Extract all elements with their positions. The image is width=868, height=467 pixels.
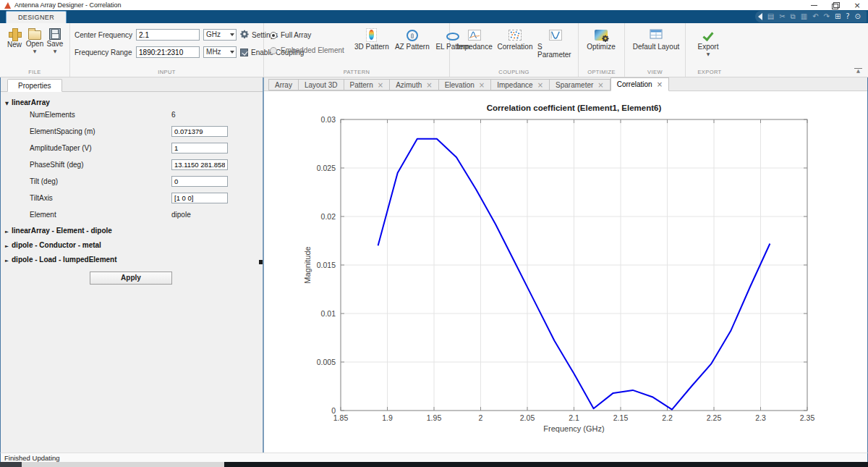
- default-layout-button[interactable]: Default Layout: [629, 25, 683, 67]
- frequency-range-label: Frequency Range: [75, 49, 132, 56]
- az-pattern-button[interactable]: AZ Pattern: [392, 25, 433, 67]
- pattern-group: Full Array Embedded Element 3D Pattern A…: [264, 23, 450, 77]
- tab-layout-3d[interactable]: Layout 3D: [299, 79, 344, 91]
- tab-properties[interactable]: Properties: [7, 79, 62, 92]
- tab-sparameter[interactable]: Sparameter: [550, 79, 610, 91]
- tab-correlation[interactable]: Correlation: [610, 77, 669, 91]
- pattern-group-label: PATTERN: [268, 67, 445, 77]
- tab-designer[interactable]: DESIGNER: [6, 11, 67, 23]
- conductor-metal-section-header[interactable]: dipole - Conductor - metal: [1, 238, 263, 252]
- copy-icon[interactable]: ⧉: [791, 13, 796, 20]
- optimize-button[interactable]: Optimize: [583, 25, 619, 67]
- minimize-icon: [811, 5, 817, 6]
- new-button[interactable]: New: [4, 25, 25, 67]
- tilt-input[interactable]: [171, 176, 228, 187]
- phaseshift-input[interactable]: [171, 159, 228, 170]
- correlation-chart: 1.851.91.9522.052.12.152.22.252.32.3500.…: [264, 91, 867, 454]
- collapse-toolstrip-icon[interactable]: ▲: [854, 68, 862, 73]
- tab-elevation[interactable]: Elevation: [439, 79, 492, 91]
- tab-impedance[interactable]: Impedance: [491, 79, 550, 91]
- open-button[interactable]: Open ▼: [25, 25, 45, 67]
- help-icon[interactable]: ?: [846, 13, 849, 20]
- center-frequency-input[interactable]: [136, 29, 200, 41]
- svg-text:Correlation coefficient (Eleme: Correlation coefficient (Element1, Eleme…: [487, 104, 662, 112]
- az-pattern-icon: [407, 30, 418, 41]
- property-row-elementspacing: ElementSpacing (m): [1, 123, 263, 140]
- save-dropdown-icon[interactable]: ▼: [54, 49, 57, 54]
- default-layout-icon: [650, 29, 663, 41]
- export-button[interactable]: Export ▼: [690, 25, 726, 67]
- impedance-plot-icon: [468, 30, 481, 41]
- close-tab-icon[interactable]: [657, 80, 663, 88]
- quick-access-collapse-icon[interactable]: [758, 13, 762, 20]
- optimize-icon: [595, 30, 608, 41]
- close-tab-icon[interactable]: [597, 81, 603, 89]
- svg-text:2.25: 2.25: [707, 413, 722, 422]
- splitter-grip[interactable]: [259, 260, 263, 264]
- svg-text:2.15: 2.15: [613, 413, 629, 422]
- element-dipole-section-header[interactable]: linearArray - Element - dipole: [1, 224, 263, 237]
- undo-icon[interactable]: ↶: [812, 13, 818, 20]
- toolstrip: New Open ▼ Save ▼ FILE Center Frequency: [0, 23, 868, 77]
- pattern-3d-button[interactable]: 3D Pattern: [352, 25, 392, 67]
- close-tab-icon[interactable]: [378, 81, 383, 89]
- quick-access-toolbar: ▤ ✂ ⧉ ▥ ↶ ↷ ⊞ ? ⊙: [755, 11, 867, 22]
- close-tab-icon[interactable]: [426, 81, 432, 89]
- export-dropdown-icon[interactable]: ▼: [707, 51, 710, 56]
- tab-array[interactable]: Array: [268, 79, 299, 91]
- full-array-radio[interactable]: Full Array: [270, 31, 344, 39]
- svg-text:2.2: 2.2: [662, 413, 673, 422]
- cut-icon[interactable]: ✂: [779, 13, 785, 20]
- input-group: Center Frequency GHz Settings Frequency …: [70, 23, 264, 77]
- input-group-label: INPUT: [75, 67, 259, 77]
- tiltaxis-input[interactable]: [171, 193, 228, 203]
- window-layout-icon[interactable]: ⊞: [835, 13, 841, 20]
- svg-text:2: 2: [479, 413, 483, 422]
- impedance-button[interactable]: Impedance: [454, 25, 495, 67]
- svg-text:2.3: 2.3: [755, 413, 766, 422]
- file-group: New Open ▼ Save ▼ FILE: [0, 23, 70, 77]
- s-parameter-button[interactable]: S Parameter: [535, 25, 576, 67]
- properties-panel: Properties linearArray NumElements 6 Ele…: [1, 77, 263, 453]
- tab-azimuth[interactable]: Azimuth: [390, 79, 439, 91]
- new-plus-icon: [8, 28, 21, 41]
- elementspacing-input[interactable]: [171, 126, 228, 137]
- close-tab-icon[interactable]: [537, 81, 543, 89]
- property-row-tilt: Tilt (deg): [1, 173, 263, 190]
- correlation-button[interactable]: Correlation: [495, 25, 535, 67]
- frequency-range-unit-select[interactable]: MHz: [203, 46, 237, 58]
- minimize-button[interactable]: [803, 0, 825, 10]
- close-tab-icon[interactable]: [479, 81, 485, 89]
- view-group-label: VIEW: [629, 67, 681, 77]
- matlab-app-icon: [4, 2, 11, 9]
- document-tab-bar: Array Layout 3D Pattern Azimuth Elevatio…: [264, 77, 867, 91]
- correlation-scatter-icon: [509, 30, 522, 41]
- frequency-range-input[interactable]: [136, 46, 200, 58]
- save-icon[interactable]: ▤: [767, 13, 774, 20]
- property-row-numelements: NumElements 6: [1, 106, 263, 123]
- optimize-group: Optimize OPTIMIZE: [579, 23, 625, 77]
- svg-text:1.85: 1.85: [333, 413, 349, 422]
- paste-icon[interactable]: ▥: [801, 13, 807, 20]
- ribbon-tab-strip: DESIGNER ▤ ✂ ⧉ ▥ ↶ ↷ ⊞ ? ⊙: [0, 10, 868, 23]
- restore-button[interactable]: [825, 0, 846, 10]
- svg-text:Frequency (GHz): Frequency (GHz): [543, 424, 604, 433]
- coupling-group: Impedance Correlation S Parameter COUPLI…: [450, 23, 579, 77]
- collapsed-arrow-icon: [5, 241, 9, 249]
- file-group-label: FILE: [4, 67, 65, 77]
- expanded-arrow-icon: [5, 98, 9, 106]
- amplitudetaper-input[interactable]: [171, 143, 228, 153]
- open-dropdown-icon[interactable]: ▼: [33, 49, 37, 54]
- redo-icon[interactable]: ↷: [824, 13, 830, 20]
- s-parameter-plot-icon: [549, 30, 562, 41]
- apply-button[interactable]: Apply: [90, 272, 172, 285]
- close-button[interactable]: ×: [846, 0, 868, 10]
- center-frequency-unit-select[interactable]: GHz: [203, 29, 237, 41]
- save-button[interactable]: Save ▼: [45, 25, 65, 67]
- embedded-element-radio[interactable]: Embedded Element: [270, 46, 344, 54]
- tab-pattern[interactable]: Pattern: [344, 79, 391, 91]
- lineararray-section-header[interactable]: linearArray: [5, 98, 263, 106]
- resources-icon[interactable]: ⊙: [855, 13, 861, 20]
- load-lumpedelement-section-header[interactable]: dipole - Load - lumpedElement: [1, 253, 263, 266]
- svg-text:1.95: 1.95: [427, 413, 442, 422]
